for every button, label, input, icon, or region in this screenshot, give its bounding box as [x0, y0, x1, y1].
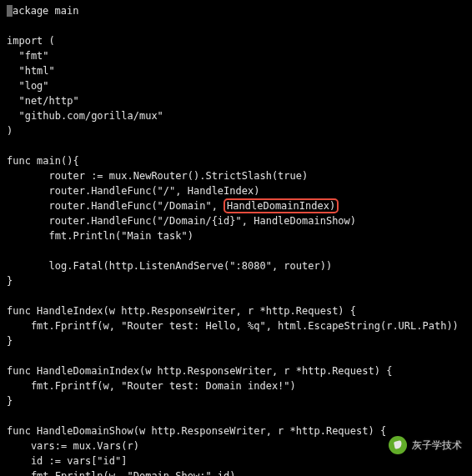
cursor	[7, 5, 13, 17]
code-line	[7, 348, 465, 363]
code-line: router.HandleFunc("/", HandleIndex)	[7, 183, 465, 198]
code-line: import (	[7, 33, 465, 48]
code-line: ackage main	[7, 3, 465, 18]
code-line: }	[7, 273, 465, 288]
code-line: fmt.Fprintf(w, "Router test: Domain inde…	[7, 378, 465, 393]
code-line: router := mux.NewRouter().StrictSlash(tr…	[7, 168, 465, 183]
wechat-icon	[389, 436, 407, 454]
code-line: fmt.Fprintf(w, "Router test: Hello, %q",…	[7, 318, 465, 333]
code-line: }	[7, 333, 465, 348]
watermark-label: 灰子学技术	[412, 438, 462, 453]
code-line	[7, 408, 465, 423]
code-line: id := vars["id"]	[7, 453, 465, 468]
code-line: "log"	[7, 78, 465, 93]
code-line: fmt.Println("Main task")	[7, 228, 465, 243]
code-line: }	[7, 393, 465, 408]
code-line	[7, 18, 465, 33]
code-line	[7, 288, 465, 303]
code-line: "fmt"	[7, 48, 465, 63]
code-line	[7, 243, 465, 258]
code-editor[interactable]: ackage mainimport ( "fmt" "html" "log" "…	[7, 3, 465, 476]
highlight-annotation: HandleDomainIndex)	[223, 198, 339, 213]
code-line: "github.com/gorilla/mux"	[7, 108, 465, 123]
code-line	[7, 138, 465, 153]
code-line: fmt.Fprintln(w, "Domain Show:",id)	[7, 468, 465, 476]
code-line: func HandleDomainIndex(w http.ResponseWr…	[7, 363, 465, 378]
code-line: func HandleIndex(w http.ResponseWriter, …	[7, 303, 465, 318]
watermark: 灰子学技术	[389, 436, 462, 454]
code-line: "net/http"	[7, 93, 465, 108]
code-line: router.HandleFunc("/Domain/{id}", Handle…	[7, 213, 465, 228]
code-line: func main(){	[7, 153, 465, 168]
code-line: log.Fatal(http.ListenAndServe(":8080", r…	[7, 258, 465, 273]
code-line: )	[7, 123, 465, 138]
code-line: router.HandleFunc("/Domain", HandleDomai…	[7, 198, 465, 213]
code-line: "html"	[7, 63, 465, 78]
